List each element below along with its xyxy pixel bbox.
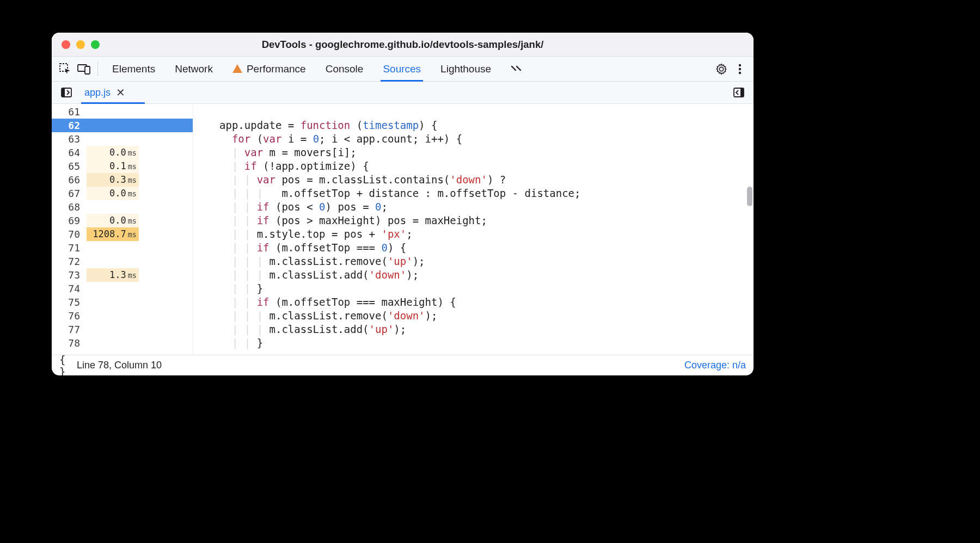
code-line[interactable]: | if (!app.optimize) { [219, 159, 754, 173]
code-line[interactable]: | | | m.classList.remove('down'); [219, 309, 754, 323]
code-line[interactable]: | | if (m.offsetTop === maxHeight) { [219, 295, 754, 309]
line-timing: 0.0ms [87, 187, 139, 200]
coverage-link[interactable]: Coverage: n/a [684, 360, 746, 371]
svg-point-3 [739, 64, 741, 66]
line-number: 69 [52, 214, 83, 227]
line-number: 78 [52, 336, 83, 350]
device-toolbar-icon[interactable] [75, 60, 93, 78]
minimize-window-icon[interactable] [76, 40, 85, 49]
svg-point-5 [739, 71, 741, 73]
file-tab-bar: app.js ✕ [52, 82, 754, 104]
gutter-line[interactable]: 62 [52, 119, 193, 132]
code-line[interactable]: | | | m.classList.add('down'); [219, 268, 754, 282]
line-number: 73 [52, 268, 83, 282]
gutter-line[interactable]: 76 [52, 309, 193, 323]
line-number: 70 [52, 227, 83, 241]
svg-point-4 [739, 67, 741, 70]
code-line[interactable] [219, 105, 754, 119]
tab-sources[interactable]: Sources [383, 57, 421, 81]
gutter[interactable]: 616263640.0ms650.1ms660.3ms670.0ms68690.… [52, 105, 193, 355]
tab-network[interactable]: Network [175, 57, 213, 81]
code-line[interactable]: | | if (m.offsetTop === 0) { [219, 241, 754, 255]
line-timing: 0.0ms [87, 214, 139, 227]
code-line[interactable]: | | m.style.top = pos + 'px'; [219, 227, 754, 241]
gutter-line[interactable]: 690.0ms [52, 214, 193, 227]
svg-rect-2 [85, 66, 90, 74]
tab-lighthouse[interactable]: Lighthouse [440, 57, 491, 81]
gutter-line[interactable]: 74 [52, 282, 193, 295]
gutter-line[interactable]: 72 [52, 255, 193, 268]
line-number: 68 [52, 200, 83, 214]
gutter-line[interactable]: 71 [52, 241, 193, 255]
gutter-line[interactable]: 63 [52, 132, 193, 146]
code-line[interactable]: app.update = function (timestamp) { [219, 119, 754, 132]
line-number: 74 [52, 282, 83, 295]
line-number: 71 [52, 241, 83, 255]
gutter-line[interactable]: 77 [52, 323, 193, 336]
file-tab-label: app.js [84, 87, 111, 98]
line-timing: 1.3ms [87, 268, 139, 282]
code-line[interactable]: | | if (pos < 0) pos = 0; [219, 200, 754, 214]
svg-rect-7 [62, 88, 65, 97]
line-number: 62 [52, 119, 83, 132]
code-line[interactable]: | | | m.offsetTop + distance : m.offsetT… [219, 187, 754, 200]
code-line[interactable]: | | var pos = m.classList.contains('down… [219, 173, 754, 187]
kebab-menu-icon[interactable] [731, 60, 749, 78]
gutter-line[interactable]: 731.3ms [52, 268, 193, 282]
gutter-line[interactable]: 660.3ms [52, 173, 193, 187]
tab-label: Elements [112, 63, 155, 75]
gutter-line[interactable]: 650.1ms [52, 159, 193, 173]
line-number: 76 [52, 309, 83, 323]
tab-label: Network [175, 63, 213, 75]
code-line[interactable]: | | } [219, 336, 754, 350]
toggle-navigator-icon[interactable] [57, 83, 76, 102]
tab-label: Sources [383, 63, 421, 75]
gutter-line[interactable]: 68 [52, 200, 193, 214]
file-tab-appjs[interactable]: app.js ✕ [81, 82, 128, 103]
gutter-line[interactable]: 61 [52, 105, 193, 119]
gutter-line[interactable]: 701208.7ms [52, 227, 193, 241]
code-line[interactable]: | | if (pos > maxHeight) pos = maxHeight… [219, 214, 754, 227]
gutter-line[interactable]: 640.0ms [52, 146, 193, 159]
inspect-element-icon[interactable] [56, 60, 75, 78]
status-bar: { } Line 78, Column 10 Coverage: n/a [52, 355, 754, 375]
code-line[interactable]: | | | m.classList.remove('up'); [219, 255, 754, 268]
devtools-window: DevTools - googlechrome.github.io/devtoo… [52, 33, 754, 375]
file-tab-close-icon[interactable]: ✕ [116, 86, 125, 99]
code-line[interactable]: | | | m.classList.add('up'); [219, 323, 754, 336]
tab-console[interactable]: Console [326, 57, 364, 81]
tab-elements[interactable]: Elements [112, 57, 155, 81]
toolbar-divider [97, 62, 98, 76]
line-timing: 0.1ms [87, 159, 139, 173]
scrollbar-thumb[interactable] [747, 187, 752, 206]
svg-rect-9 [740, 88, 744, 97]
code-area[interactable]: app.update = function (timestamp) { for … [193, 105, 754, 350]
pretty-print-icon[interactable]: { } [59, 356, 74, 375]
gutter-line[interactable]: 670.0ms [52, 187, 193, 200]
line-timing: 0.0ms [87, 146, 139, 159]
tab-label: Console [326, 63, 364, 75]
titlebar: DevTools - googlechrome.github.io/devtoo… [52, 33, 754, 57]
gutter-line[interactable]: 75 [52, 295, 193, 309]
settings-icon[interactable] [712, 60, 731, 78]
line-number: 72 [52, 255, 83, 268]
code-line[interactable]: | var m = movers[i]; [219, 146, 754, 159]
tab-label: Lighthouse [440, 63, 491, 75]
code-line[interactable]: | | } [219, 282, 754, 295]
tab-label: Performance [247, 63, 306, 75]
line-number: 75 [52, 295, 83, 309]
maximize-window-icon[interactable] [91, 40, 100, 49]
close-window-icon[interactable] [62, 40, 70, 49]
traffic-lights [62, 40, 100, 49]
line-timing: 0.3ms [87, 173, 139, 187]
line-number: 61 [52, 105, 83, 119]
toggle-debugger-icon[interactable] [730, 83, 748, 102]
gutter-line[interactable]: 78 [52, 336, 193, 350]
line-number: 63 [52, 132, 83, 146]
code-line[interactable]: for (var i = 0; i < app.count; i++) { [219, 132, 754, 146]
code-editor[interactable]: 616263640.0ms650.1ms660.3ms670.0ms68690.… [52, 104, 754, 355]
cursor-position: Line 78, Column 10 [77, 360, 162, 371]
tab-performance[interactable]: Performance [232, 57, 306, 81]
more-tabs-icon[interactable] [507, 60, 526, 78]
line-timing: 1208.7ms [87, 227, 139, 241]
